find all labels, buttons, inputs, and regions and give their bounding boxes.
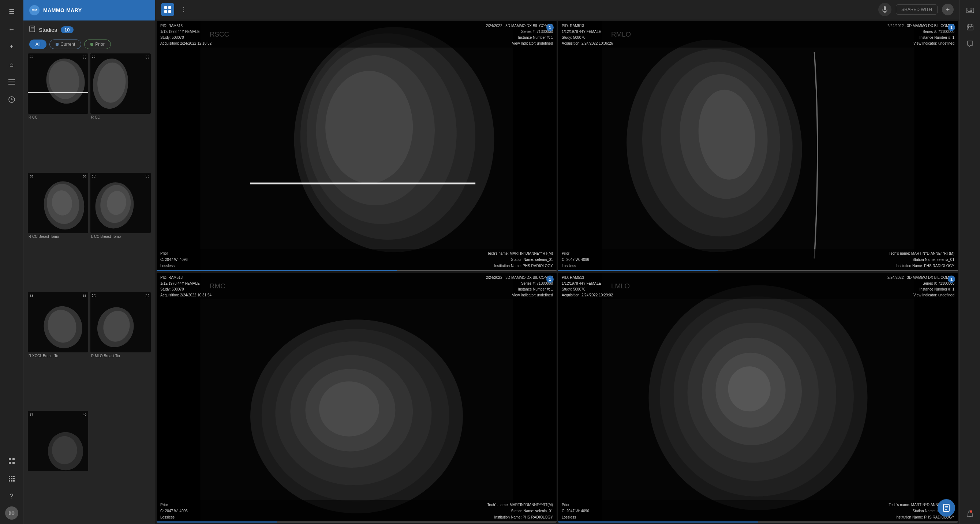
svg-rect-46 <box>168 6 171 9</box>
panel-4-header: PID: RAM513 1/12/1978 44Y FEMALE Study: … <box>558 272 958 299</box>
filter-prior[interactable]: Prior <box>84 40 110 49</box>
thumb-image-4: ⛶ ⛶ <box>91 173 151 233</box>
panel-3-study: Study: 508070 <box>160 287 212 292</box>
fab-report-button[interactable] <box>937 499 955 517</box>
panel-4-study: Study: 508070 <box>562 287 613 292</box>
prior-dot <box>91 43 93 46</box>
svg-rect-5 <box>13 458 14 460</box>
grid-button[interactable] <box>5 471 19 486</box>
svg-rect-7 <box>13 462 14 464</box>
thumb-image-3: 35 38 <box>28 173 88 233</box>
thumb-label-5: R XCCL Breast To <box>28 354 88 358</box>
nav-rail: ☰ ← + ⌂ ? DO <box>0 0 24 524</box>
thumb-corner-tr-2: ⛶ <box>146 55 149 59</box>
keyboard-button[interactable] <box>964 4 977 17</box>
panel-2-tag2: C: 2047 W: 4096 <box>562 256 589 263</box>
thumbnail-tomo-1[interactable]: 35 38 R CC Breast Tomo <box>28 173 88 290</box>
image-panel-4[interactable]: PID: RAM513 1/12/1978 44Y FEMALE Study: … <box>558 272 958 523</box>
panel-2-progress <box>558 270 958 271</box>
panel-3-tag3: Lossless <box>160 514 188 520</box>
grid-view-button[interactable] <box>161 3 174 16</box>
thumb-corner-tr-5: 35 <box>83 294 86 298</box>
thumb-corner-tl-3: 35 <box>30 175 33 178</box>
panel-4-footer: Prior C: 2047 W: 4096 Lossless Tech's na… <box>558 500 958 522</box>
thumb-corner-tr: ⛶ <box>83 55 86 59</box>
thumb-corner-tr-6: ⛶ <box>146 294 149 298</box>
filter-all[interactable]: All <box>29 40 46 49</box>
thumbnail-rcc-1[interactable]: ⛶ ⛶ R CC <box>28 53 88 170</box>
notification-button[interactable] <box>964 507 977 520</box>
add-panel-button[interactable]: + <box>942 4 954 15</box>
panel-4-date-desc: 2/24/2022 - 3D MAMMO DX BIL COMBO <box>888 275 955 281</box>
content-toolbar: ⋮ SHARED WITH + <box>155 0 959 19</box>
help-button[interactable]: ? <box>5 489 19 503</box>
panel-2-institution: Institution Name: PHS RADIOLOGY <box>889 263 955 269</box>
panel-1-institution: Institution Name: PHS RADIOLOGY <box>487 263 553 269</box>
panel-3-series: Series #: 71300000 <box>486 281 553 287</box>
user-avatar[interactable]: DO <box>5 506 18 519</box>
studies-icon <box>29 25 35 33</box>
studies-label: Studies <box>39 27 57 33</box>
panel-3-tag1: Prior <box>160 502 188 508</box>
history-button[interactable] <box>5 92 19 107</box>
panel-2-progress-bar <box>558 270 718 271</box>
panel-4-series: Series #: 71300000 <box>888 281 955 287</box>
svg-rect-1 <box>8 81 15 82</box>
panel-3-progress <box>157 521 557 522</box>
apps-grid-button[interactable] <box>5 454 19 468</box>
panel-4-progress <box>558 521 958 522</box>
content-area: ⋮ SHARED WITH + PID: RAM513 1/12/1978 4 <box>155 0 959 524</box>
thumb-image-5: 33 35 <box>28 292 88 352</box>
filter-current[interactable]: Current <box>49 40 81 49</box>
image-panel-2[interactable]: PID: RAM513 1/12/1978 44Y FEMALE Study: … <box>558 21 958 271</box>
toolbar-left: ⋮ <box>161 3 190 16</box>
home-button[interactable]: ⌂ <box>5 57 19 72</box>
svg-rect-94 <box>967 10 968 11</box>
svg-rect-103 <box>968 27 969 28</box>
thumb-label-2: R CC <box>91 115 151 119</box>
svg-rect-90 <box>969 9 969 10</box>
panel-3-institution: Institution Name: PHS RADIOLOGY <box>487 514 553 520</box>
image-panel-1[interactable]: PID: RAM513 1/12/1978 44Y FEMALE Study: … <box>157 21 557 271</box>
svg-rect-2 <box>8 84 15 84</box>
panel-1-dob: 1/12/1978 44Y FEMALE <box>160 29 212 35</box>
panel-2-dob: 1/12/1978 44Y FEMALE <box>562 29 613 35</box>
panel-3-dob: 1/12/1978 44Y FEMALE <box>160 281 212 287</box>
chat-button[interactable] <box>964 37 977 51</box>
shared-with-button[interactable]: SHARED WITH <box>896 5 937 14</box>
calendar-button[interactable] <box>964 21 977 33</box>
current-dot <box>56 43 59 46</box>
add-button[interactable]: + <box>5 40 19 54</box>
thumbnail-partial-1[interactable]: 37 40 <box>28 411 88 524</box>
panel-2-view: View Indicator: undefined <box>888 41 955 46</box>
thumbnail-xccl[interactable]: 33 35 R XCCL Breast To <box>28 292 88 409</box>
back-button[interactable]: ← <box>5 22 19 37</box>
microphone-button[interactable] <box>878 3 891 16</box>
svg-rect-92 <box>971 9 972 10</box>
thumb-label-3: R CC Breast Tomo <box>28 234 88 239</box>
menu-button[interactable]: ☰ <box>5 5 19 19</box>
panel-1-acq: Acquisition: 2/24/2022 12:18:32 <box>160 41 212 46</box>
svg-rect-48 <box>168 10 171 13</box>
thumb-corner-tl-7: 37 <box>30 413 33 416</box>
image-panel-3[interactable]: PID: RAM513 1/12/1978 44Y FEMALE Study: … <box>157 272 557 523</box>
svg-rect-6 <box>9 462 11 464</box>
panel-2-body: RMLO <box>558 21 958 271</box>
thumb-label-1: R CC <box>28 115 88 119</box>
patient-avatar: MM <box>29 5 40 15</box>
thumb-corner-tl-5: 33 <box>30 294 33 298</box>
panel-3-body: RMC <box>157 272 557 523</box>
thumbnail-tomo-2[interactable]: ⛶ ⛶ L CC Breast Tomo <box>91 173 151 290</box>
panel-3-progress-bar <box>157 521 277 522</box>
svg-rect-47 <box>164 10 167 13</box>
shared-with-label: SHARED WITH <box>901 7 932 12</box>
thumbnail-mlo[interactable]: ⛶ ⛶ R MLO Breast Tor <box>91 292 151 409</box>
svg-rect-95 <box>969 10 969 11</box>
patient-header[interactable]: MM MAMMO MARY <box>24 0 155 21</box>
more-options-button[interactable]: ⋮ <box>177 3 190 16</box>
panel-3-date-desc: 2/24/2022 - 3D MAMMO DX BIL COMBO <box>486 275 553 281</box>
thumbnail-rcc-2[interactable]: ⛶ ⛶ R CC <box>91 53 151 170</box>
panel-1-station: Station Name: selenia_01 <box>487 256 553 263</box>
panel-3-tag2: C: 2047 W: 4096 <box>160 508 188 514</box>
list-button[interactable] <box>5 75 19 89</box>
